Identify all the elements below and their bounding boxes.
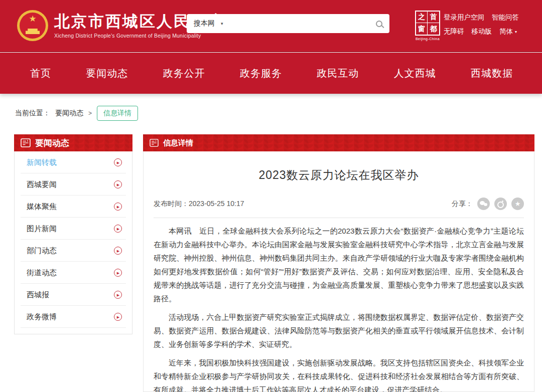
circle-arrow-icon <box>114 203 122 211</box>
article-meta-row: 发布时间：2023-05-25 10:17 分享： ★ <box>154 198 524 210</box>
sidebar-item-label: 西城报 <box>27 290 49 300</box>
sidebar-item-department-news[interactable]: 部门动态 <box>15 240 132 262</box>
sidebar-header: 要闻动态 <box>14 134 132 151</box>
nav-item-home[interactable]: 首页 <box>30 67 51 80</box>
star-icon: ★ <box>515 200 521 208</box>
breadcrumb-prefix: 当前位置： <box>15 109 50 118</box>
sidebar-item-label: 媒体聚焦 <box>27 202 57 212</box>
sidebar-item-label: 图片新闻 <box>27 224 57 234</box>
site-subtitle: Xicheng District People's Government of … <box>54 33 225 39</box>
cw-char: 首 <box>428 12 439 23</box>
sidebar-item-label: 新闻转载 <box>27 158 57 167</box>
article-paragraph: 活动现场，六合上甲数据资产研究实验室正式揭牌成立，将围绕数据权属界定、数据评估定… <box>154 310 524 351</box>
sidebar-item-gov-weibo[interactable]: 政务微博 <box>15 306 132 328</box>
breadcrumb-separator: > <box>88 110 92 117</box>
search-scope-label: 搜本网 <box>194 19 215 28</box>
accessibility-link[interactable]: 无障碍 <box>444 27 464 36</box>
login-user-space-link[interactable]: 登录用户空间 <box>444 13 484 22</box>
cw-char: 窗 <box>416 23 428 35</box>
simplified-chinese-dropdown[interactable]: 简体 ▾ <box>499 27 517 36</box>
nav-item-xicheng-data[interactable]: 西城数据 <box>471 67 513 80</box>
caret-down-icon: ▾ <box>515 30 517 34</box>
article-section-title: 信息详情 <box>163 138 193 148</box>
smart-qa-link[interactable]: 智能问答 <box>492 13 519 22</box>
publish-time-value: 2023-05-25 10:17 <box>189 200 244 208</box>
mobile-version-link[interactable]: 移动版 <box>472 27 492 36</box>
sidebar-item-label: 政务微博 <box>27 312 57 322</box>
nav-item-public-interaction[interactable]: 政民互动 <box>317 67 359 80</box>
sidebar-item-news-repost[interactable]: 新闻转载 <box>15 151 132 173</box>
sidebar-item-label: 西城要闻 <box>27 180 57 189</box>
article-body: 本网讯 近日，全球金融科技大会系列论坛之一的2023数云原力大会“数据资产·金融… <box>154 224 524 392</box>
share-favorite-star-icon[interactable]: ★ <box>511 198 524 210</box>
cw-char: 都 <box>428 23 439 35</box>
national-emblem-icon: ★ <box>17 10 48 41</box>
document-list-icon <box>21 138 31 147</box>
article-section-header: 信息详情 <box>143 134 534 151</box>
nav-item-humanistic-xicheng[interactable]: 人文西城 <box>394 67 436 80</box>
publish-time-label: 发布时间： <box>154 200 189 208</box>
sidebar: 要闻动态 新闻转载 西城要闻 媒体聚焦 图片新闻 部门动态 街道动态 西城报 <box>14 134 132 334</box>
meta-divider <box>154 218 524 218</box>
nav-item-gov-services[interactable]: 政务服务 <box>240 67 282 80</box>
sidebar-item-media-focus[interactable]: 媒体聚焦 <box>15 195 132 218</box>
sidebar-item-photo-news[interactable]: 图片新闻 <box>15 218 132 240</box>
breadcrumb-current-tag[interactable]: 信息详情 <box>97 106 138 121</box>
article-paragraph: 本网讯 近日，全球金融科技大会系列论坛之一的2023数云原力大会“数据资产·金融… <box>154 224 524 305</box>
sidebar-item-label: 部门动态 <box>27 246 57 256</box>
circle-arrow-icon <box>114 225 122 233</box>
sidebar-title: 要闻动态 <box>35 137 69 149</box>
publish-time: 发布时间：2023-05-25 10:17 <box>154 200 244 209</box>
circle-arrow-icon <box>114 269 122 277</box>
search-icon[interactable] <box>376 21 382 27</box>
circle-arrow-icon <box>114 313 122 321</box>
header-links: 登录用户空间 智能问答 无障碍 移动版 简体 ▾ <box>444 13 519 36</box>
sidebar-item-xicheng-paper[interactable]: 西城报 <box>15 284 132 306</box>
breadcrumb-section-link[interactable]: 要闻动态 <box>55 109 83 118</box>
emblem-star-icon: ★ <box>29 14 36 24</box>
search-box: 搜本网 ▾ <box>187 14 389 33</box>
nav-item-gov-affairs-open[interactable]: 政务公开 <box>163 67 205 80</box>
cw-char: 之 <box>416 12 428 23</box>
search-input[interactable] <box>223 14 376 33</box>
emblem-gate-icon <box>26 29 40 34</box>
circle-arrow-icon <box>114 247 122 255</box>
simplified-chinese-label: 简体 <box>499 27 513 36</box>
article-paragraph: 近年来，我国积极加快科技强国建设，实施创新驱动发展战略。我区支持包括辖区国资央企… <box>154 356 524 392</box>
circle-arrow-icon <box>114 158 122 166</box>
capital-window-logo[interactable]: 之 首 窗 都 Beijing-China <box>415 11 440 41</box>
article-panel: 2023数云原力论坛在我区举办 发布时间：2023-05-25 10:17 分享… <box>143 151 534 392</box>
circle-arrow-icon <box>114 291 122 299</box>
circle-arrow-icon <box>114 180 122 188</box>
sidebar-item-street-news[interactable]: 街道动态 <box>15 262 132 284</box>
capital-window-caption: Beijing-China <box>415 37 440 41</box>
document-list-icon <box>150 139 159 147</box>
sidebar-item-label: 街道动态 <box>27 268 57 278</box>
sidebar-item-xicheng-news[interactable]: 西城要闻 <box>15 173 132 195</box>
share-group: 分享： ★ <box>452 198 524 210</box>
breadcrumb: 当前位置： 要闻动态 > 信息详情 <box>15 106 138 121</box>
nav-item-news[interactable]: 要闻动态 <box>86 67 128 80</box>
search-scope-dropdown[interactable]: 搜本网 ▾ <box>194 19 223 28</box>
site-header: ★ 北京市西城区人民政府 Xicheng District People's G… <box>0 0 542 52</box>
sidebar-list: 新闻转载 西城要闻 媒体聚焦 图片新闻 部门动态 街道动态 西城报 政务微博 <box>14 151 132 334</box>
share-weibo-icon[interactable] <box>494 198 507 210</box>
share-wechat-icon[interactable] <box>477 198 490 210</box>
capital-window-grid-icon: 之 首 窗 都 <box>415 11 440 36</box>
main-nav: 首页 要闻动态 政务公开 政务服务 政民互动 人文西城 西城数据 <box>0 53 542 94</box>
article-title: 2023数云原力论坛在我区举办 <box>154 167 524 183</box>
share-label: 分享： <box>452 200 473 209</box>
